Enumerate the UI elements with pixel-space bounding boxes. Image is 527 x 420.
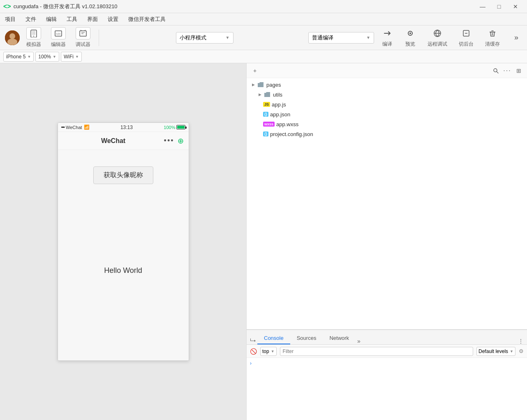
compile-label: 编译 xyxy=(382,41,392,48)
toolbar-center: 小程序模式 ▼ xyxy=(104,32,305,44)
svg-point-1 xyxy=(9,33,15,39)
tree-item-utils[interactable]: ▶ utils xyxy=(247,90,527,99)
compile-select-value: 普通编译 xyxy=(312,34,333,42)
window-controls: — □ ✕ xyxy=(474,0,524,13)
remote-debug-button[interactable]: 远程调试 xyxy=(423,26,451,49)
context-arrow: ▼ xyxy=(271,349,275,353)
zoom-select[interactable]: 100% ▼ xyxy=(35,52,59,62)
network-value: WiFi xyxy=(64,54,74,60)
tree-item-appjson[interactable]: {} app.json xyxy=(247,109,527,119)
device-arrow: ▼ xyxy=(27,55,31,59)
toolbar: 模拟器 </> 编辑器 调试器 小程序模式 ▼ 普通编译 ▼ 编译 预览 xyxy=(0,25,527,50)
context-select[interactable]: top ▼ xyxy=(260,347,277,356)
devtools-secondary-bar: 🚫 top ▼ Default levels ▼ ⚙ xyxy=(247,345,527,358)
mode-select[interactable]: 小程序模式 ▼ xyxy=(176,32,233,44)
clear-button[interactable]: 清缓存 xyxy=(481,26,504,49)
more-icon[interactable]: » xyxy=(511,32,522,44)
minimize-button[interactable]: — xyxy=(474,0,491,13)
mode-select-arrow: ▼ xyxy=(226,35,230,40)
avatar xyxy=(5,30,20,45)
tree-more-button[interactable]: ··· xyxy=(502,66,512,76)
menu-devtool[interactable]: 微信开发者工具 xyxy=(127,14,167,25)
title-bar: <> cungudafa - 微信开发者工具 v1.02.1803210 — □… xyxy=(0,0,527,13)
phone-carrier: WeChat xyxy=(66,125,82,130)
add-file-button[interactable]: + xyxy=(250,66,260,76)
preview-button[interactable]: 预览 xyxy=(400,26,420,49)
compile-button[interactable]: 编译 xyxy=(377,26,397,49)
tree-split-button[interactable]: ⊞ xyxy=(514,66,524,76)
zoom-value: 100% xyxy=(38,54,51,60)
menu-project[interactable]: 项目 xyxy=(3,14,17,25)
compile-icon xyxy=(381,28,393,39)
menu-file[interactable]: 文件 xyxy=(24,14,38,25)
phone-get-avatar-button[interactable]: 获取头像昵称 xyxy=(93,166,153,184)
phone-nav-dots: ••• xyxy=(164,136,174,145)
phone-content: 获取头像昵称 Hello World xyxy=(58,150,189,360)
appwxss-label: app.wxss xyxy=(276,121,298,127)
app-icon: <> xyxy=(3,3,11,10)
devtools-panel: ⮡ Console Sources Network » ⋮ 🚫 top ▼ De… xyxy=(247,330,527,420)
tree-item-appwxss[interactable]: wxss app.wxss xyxy=(247,119,527,129)
main-area: ••••• WeChat 📶 13:13 100% WeChat ••• ⊕ 获… xyxy=(0,63,527,420)
debugger-button[interactable]: 调试器 xyxy=(72,25,94,50)
console-prompt: › xyxy=(250,360,252,366)
devtools-options-icon[interactable]: ⋮ xyxy=(518,338,524,344)
phone-frame: ••••• WeChat 📶 13:13 100% WeChat ••• ⊕ 获… xyxy=(58,122,189,361)
devtools-more-tabs[interactable]: » xyxy=(357,338,361,344)
phone-nav-icon: ⊕ xyxy=(178,136,184,145)
tab-network[interactable]: Network xyxy=(323,332,356,344)
preview-icon xyxy=(404,28,416,39)
right-panel: + ··· ⊞ ▶ pages xyxy=(247,63,527,420)
tree-item-projectconfig[interactable]: {} project.config.json xyxy=(247,129,527,139)
tab-sources[interactable]: Sources xyxy=(290,332,323,344)
phone-battery-icon xyxy=(176,125,185,129)
phone-hello-text: Hello World xyxy=(104,266,142,275)
simulator-icon xyxy=(26,27,41,39)
toolbar-separator-1 xyxy=(99,30,99,46)
svg-rect-4 xyxy=(32,31,35,35)
search-tree-button[interactable] xyxy=(491,66,501,76)
phone-nav-title: WeChat xyxy=(63,137,164,145)
cut-button[interactable]: 切后台 xyxy=(455,26,478,49)
devtools-gear-icon[interactable]: ⚙ xyxy=(519,348,524,354)
simulator-panel: ••••• WeChat 📶 13:13 100% WeChat ••• ⊕ 获… xyxy=(0,63,247,420)
editor-button[interactable]: </> 编辑器 xyxy=(48,25,69,50)
compile-select-arrow: ▼ xyxy=(366,35,370,40)
level-arrow: ▼ xyxy=(510,349,513,353)
menu-bar: 项目 文件 编辑 工具 界面 设置 微信开发者工具 xyxy=(0,13,527,25)
device-bar: iPhone 5 ▼ 100% ▼ WiFi ▼ xyxy=(0,50,527,63)
clear-label: 清缓存 xyxy=(485,41,500,48)
level-select[interactable]: Default levels ▼ xyxy=(476,347,515,356)
file-tree-area: + ··· ⊞ ▶ pages xyxy=(247,63,527,330)
phone-battery-pct: 100% xyxy=(164,125,175,130)
menu-tools[interactable]: 工具 xyxy=(65,14,79,25)
editor-icon: </> xyxy=(51,27,66,39)
projectconfig-label: project.config.json xyxy=(270,131,313,137)
tree-item-pages[interactable]: ▶ pages xyxy=(247,80,527,90)
close-button[interactable]: ✕ xyxy=(507,0,524,13)
tree-item-appjs[interactable]: JS app.js xyxy=(247,99,527,109)
svg-text:</>: </> xyxy=(56,32,61,36)
utils-folder-label: utils xyxy=(273,92,282,98)
pages-folder-label: pages xyxy=(266,82,281,88)
device-select[interactable]: iPhone 5 ▼ xyxy=(3,52,34,62)
debugger-icon xyxy=(76,27,90,39)
simulator-button[interactable]: 模拟器 xyxy=(23,25,44,50)
simulator-label: 模拟器 xyxy=(26,41,41,48)
tab-console[interactable]: Console xyxy=(257,332,290,344)
maximize-button[interactable]: □ xyxy=(491,0,507,13)
menu-edit[interactable]: 编辑 xyxy=(44,14,58,25)
editor-label: 编辑器 xyxy=(51,41,66,48)
menu-settings[interactable]: 设置 xyxy=(106,14,120,25)
block-icon[interactable]: 🚫 xyxy=(250,348,257,355)
appjs-label: app.js xyxy=(272,102,286,108)
network-arrow: ▼ xyxy=(75,55,79,59)
filter-input[interactable] xyxy=(280,347,473,356)
network-select[interactable]: WiFi ▼ xyxy=(61,52,82,62)
clear-icon xyxy=(487,28,498,39)
menu-ui[interactable]: 界面 xyxy=(86,14,99,25)
devtools-content: › xyxy=(247,358,527,420)
compile-select[interactable]: 普通编译 ▼ xyxy=(308,32,374,44)
title-text: cungudafa - 微信开发者工具 v1.02.1803210 xyxy=(14,3,118,10)
pages-arrow: ▶ xyxy=(250,81,257,88)
